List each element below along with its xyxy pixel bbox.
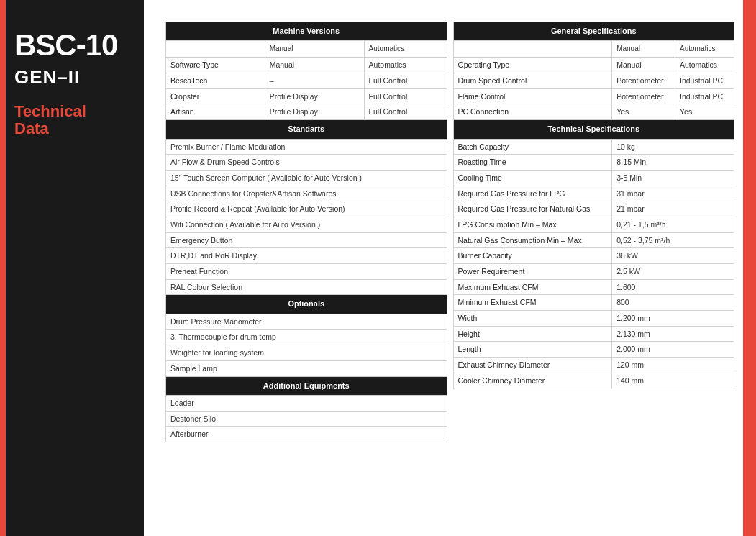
software-type-label: Software Type	[166, 58, 265, 73]
table-row: Height2.130 mm	[453, 326, 734, 342]
bescatech-label: BescaTech	[166, 73, 265, 89]
pc-connection-label: PC Connection	[453, 104, 612, 120]
sidebar: BSC-10 GEN–II Technical Data	[0, 0, 144, 536]
table-row: DTR,DT and RoR Display	[166, 248, 447, 264]
left-table: Machine Versions Manual Automatics Softw…	[165, 22, 447, 442]
model-title: BSC-10	[14, 29, 129, 62]
table-row: Width1.200 mm	[453, 311, 734, 327]
bescatech-manual: –	[265, 73, 364, 89]
table-row: BescaTech – Full Control	[166, 73, 447, 89]
flame-control-auto: Industrial PC	[675, 88, 734, 104]
table-row: Air Flow & Drum Speed Controls	[166, 155, 447, 171]
table-row: Operating Type Manual Automatics	[453, 58, 734, 73]
right-table: General Specifications Manual Automatics…	[453, 22, 735, 442]
table-row: 15" Touch Screen Computer ( Available fo…	[166, 170, 447, 186]
table-row: Premix Burner / Flame Modulation	[166, 139, 447, 155]
table-row: Cooling Time3-5 Min	[453, 170, 734, 186]
tech-specs-header: Technical Specifications	[453, 120, 734, 139]
table-row: Length2.000 mm	[453, 342, 734, 358]
table-row: Minimum Exhuast CFM800	[453, 295, 734, 311]
sidebar-accent	[0, 0, 6, 536]
table-row: Artisan Profile Display Full Control	[166, 104, 447, 120]
operating-type-auto: Automatics	[675, 58, 734, 73]
machine-versions-col-headers: Manual Automatics	[166, 41, 447, 58]
table-row: RAL Colour Selection	[166, 279, 447, 295]
machine-versions-header: Machine Versions	[166, 22, 447, 41]
col-h1	[166, 41, 265, 58]
table-row: USB Connections for Cropster&Artisan Sof…	[166, 186, 447, 201]
table-row: Profile Record & Repeat (Available for A…	[166, 201, 447, 217]
artisan-auto: Full Control	[364, 104, 447, 120]
table-row: LPG Consumption Min – Max0,21 - 1,5 m³/h	[453, 217, 734, 232]
right-accent-bar	[743, 0, 756, 536]
pc-connection-manual: Yes	[612, 104, 675, 120]
section-label: Technical Data	[14, 103, 129, 137]
table-row: Power Requirement2.5 kW	[453, 264, 734, 280]
standarts-header: Standarts	[166, 120, 447, 139]
artisan-manual: Profile Display	[265, 104, 364, 120]
table-row: Burner Capacity36 kW	[453, 248, 734, 264]
drum-speed-label: Drum Speed Control	[453, 73, 612, 89]
table-row: Software Type Manual Automatics	[166, 58, 447, 73]
tables-wrapper: Machine Versions Manual Automatics Softw…	[165, 22, 734, 442]
gen-subtitle: GEN–II	[14, 66, 129, 88]
drum-speed-manual: Potentiometer	[612, 73, 675, 89]
machine-versions-table: Machine Versions Manual Automatics Softw…	[165, 22, 447, 442]
general-specs-col-headers: Manual Automatics	[453, 41, 734, 58]
flame-control-manual: Potentiometer	[612, 88, 675, 104]
table-row: Drum Pressure Manometer	[166, 314, 447, 330]
software-type-manual: Manual	[265, 58, 364, 73]
table-row: Cropster Profile Display Full Control	[166, 88, 447, 104]
cropster-label: Cropster	[166, 88, 265, 104]
artisan-label: Artisan	[166, 104, 265, 120]
table-row: PC Connection Yes Yes	[453, 104, 734, 120]
table-row: Loader	[166, 395, 447, 411]
table-row: Natural Gas Consumption Min – Max0,52 - …	[453, 232, 734, 248]
general-specs-header: General Specifications	[453, 22, 734, 41]
pc-connection-auto: Yes	[675, 104, 734, 120]
table-row: Batch Capacity10 kg	[453, 139, 734, 155]
drum-speed-auto: Industrial PC	[675, 73, 734, 89]
table-row: 3. Thermocouple for drum temp	[166, 330, 447, 345]
col-h2: Manual	[265, 41, 364, 58]
table-row: Roasting Time8-15 Min	[453, 155, 734, 171]
operating-type-label: Operating Type	[453, 58, 612, 73]
table-row: Drum Speed Control Potentiometer Industr…	[453, 73, 734, 89]
table-row: Flame Control Potentiometer Industrial P…	[453, 88, 734, 104]
table-row: Destoner Silo	[166, 411, 447, 427]
gs-col-h2: Manual	[612, 41, 675, 58]
table-row: Emergency Button	[166, 232, 447, 248]
general-specs-table: General Specifications Manual Automatics…	[453, 22, 735, 389]
cropster-manual: Profile Display	[265, 88, 364, 104]
optionals-header: Optionals	[166, 295, 447, 314]
table-row: Cooler Chimney Diameter140 mm	[453, 373, 734, 389]
table-row: Required Gas Pressure for Natural Gas21 …	[453, 201, 734, 217]
additional-header: Additional Equipments	[166, 376, 447, 395]
operating-type-manual: Manual	[612, 58, 675, 73]
cropster-auto: Full Control	[364, 88, 447, 104]
col-h3: Automatics	[364, 41, 447, 58]
flame-control-label: Flame Control	[453, 88, 612, 104]
table-row: Exhaust Chimney Diameter120 mm	[453, 358, 734, 373]
gs-col-h1	[453, 41, 612, 58]
table-row: Sample Lamp	[166, 360, 447, 376]
table-row: Wifi Connection ( Available for Auto Ver…	[166, 217, 447, 232]
software-type-auto: Automatics	[364, 58, 447, 73]
bescatech-auto: Full Control	[364, 73, 447, 89]
main-content: Machine Versions Manual Automatics Softw…	[144, 0, 756, 536]
table-row: Weighter for loading system	[166, 345, 447, 361]
table-row: Required Gas Pressure for LPG31 mbar	[453, 186, 734, 201]
table-row: Maximum Exhuast CFM1.600	[453, 279, 734, 295]
table-row: Afterburner	[166, 427, 447, 442]
gs-col-h3: Automatics	[675, 41, 734, 58]
table-row: Preheat Function	[166, 264, 447, 280]
